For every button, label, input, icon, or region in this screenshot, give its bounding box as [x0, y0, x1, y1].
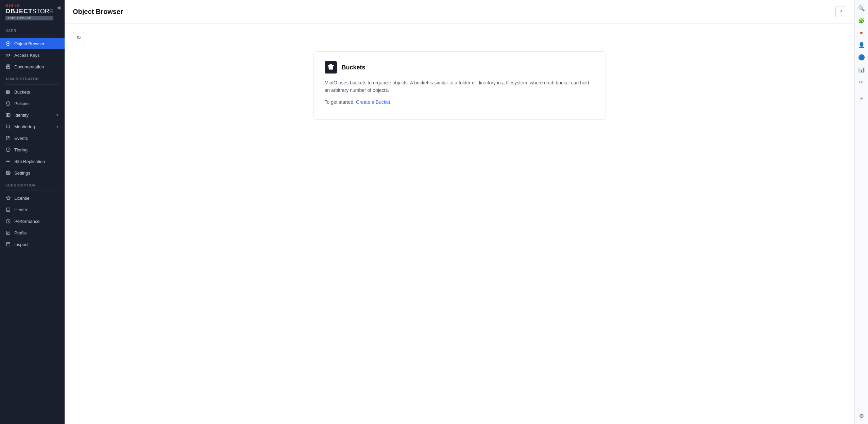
right-settings-icon[interactable]: ⚙	[856, 410, 867, 421]
collapse-sidebar-button[interactable]: ◀	[55, 4, 62, 11]
right-loop-icon[interactable]: ∞	[856, 76, 867, 87]
bucket-icon	[325, 61, 337, 74]
sidebar-item-label: Tiering	[14, 147, 28, 152]
right-extensions-icon[interactable]: 🧩	[856, 15, 867, 26]
svg-point-18	[7, 172, 9, 174]
right-remote-icon[interactable]: 🔵	[856, 52, 867, 63]
buckets-icon	[5, 89, 11, 95]
sidebar-item-site-replication[interactable]: Site Replication	[0, 156, 65, 167]
logo-name: OBJECTSTORE	[5, 8, 53, 15]
sidebar-item-monitoring[interactable]: Monitoring ▼	[0, 121, 65, 132]
settings-icon	[5, 170, 11, 176]
sidebar-item-performance[interactable]: Performance	[0, 215, 65, 227]
logo-object: OBJECT	[5, 8, 32, 15]
info-card-title: Buckets	[342, 64, 365, 71]
right-add-icon[interactable]: ＋	[856, 93, 867, 104]
object-browser-icon	[5, 41, 11, 46]
sidebar-item-label: Object Browser	[14, 41, 45, 46]
svg-point-1	[7, 43, 9, 45]
sidebar-item-label: Health	[14, 207, 27, 212]
sidebar-item-access-keys[interactable]: Access Keys	[0, 49, 65, 61]
svg-rect-11	[8, 92, 10, 94]
svg-point-13	[7, 115, 8, 116]
license-icon	[5, 195, 11, 201]
sidebar-item-identity[interactable]: Identity ▼	[0, 109, 65, 121]
admin-section-divider	[5, 84, 59, 85]
identity-icon	[5, 112, 11, 118]
right-chart-icon[interactable]: 📊	[856, 64, 867, 75]
policies-icon	[5, 101, 11, 106]
sidebar-item-label: Policies	[14, 101, 30, 106]
sidebar-item-health[interactable]: Health	[0, 204, 65, 215]
sidebar-item-profile[interactable]: Profile	[0, 227, 65, 239]
identity-chevron-icon: ▼	[56, 113, 59, 117]
svg-point-14	[6, 125, 10, 128]
svg-point-3	[7, 55, 7, 55]
svg-point-16	[6, 161, 8, 162]
sidebar-item-label: Profile	[14, 230, 27, 235]
sidebar: MIN·IO OBJECTSTORE AGPL LICENSE ◀ User O…	[0, 0, 65, 424]
svg-rect-27	[6, 243, 10, 246]
performance-icon	[5, 218, 11, 224]
sidebar-item-label: License	[14, 196, 30, 201]
create-bucket-link[interactable]: Create a Bucket.	[356, 99, 391, 105]
page-title: Object Browser	[73, 8, 123, 16]
user-section-label: User	[0, 24, 65, 35]
right-search-icon[interactable]: 🔍	[856, 3, 867, 14]
svg-rect-29	[329, 64, 332, 66]
right-account-icon[interactable]: 👤	[856, 39, 867, 50]
tiering-icon	[5, 147, 11, 152]
svg-rect-10	[6, 92, 8, 94]
sidebar-item-label: Inspect	[14, 242, 29, 247]
sidebar-item-label: Documentation	[14, 64, 44, 69]
refresh-button[interactable]: ↻	[73, 32, 84, 43]
sidebar-item-tiering[interactable]: Tiering	[0, 144, 65, 156]
help-icon: ?	[839, 9, 842, 14]
svg-point-17	[8, 161, 10, 162]
logo-area: MIN·IO OBJECTSTORE AGPL LICENSE ◀	[0, 0, 65, 24]
right-panel: 🔍 🧩 ● 👤 🔵 📊 ∞ ＋ ⚙	[854, 0, 868, 424]
right-error-icon[interactable]: ●	[856, 27, 867, 38]
cta-prefix: To get started,	[325, 99, 355, 105]
admin-section-label: Administrator	[0, 72, 65, 83]
sidebar-item-inspect[interactable]: Inspect	[0, 239, 65, 250]
info-card: Buckets MinIO uses buckets to organize o…	[313, 51, 606, 120]
monitoring-chevron-icon: ▼	[56, 125, 59, 129]
profile-icon	[5, 230, 11, 235]
help-button[interactable]: ?	[835, 6, 846, 17]
svg-rect-8	[6, 90, 8, 92]
logo-store: STORE	[32, 8, 53, 15]
sidebar-item-label: Settings	[14, 170, 30, 176]
svg-rect-19	[6, 208, 10, 212]
sidebar-item-buckets[interactable]: Buckets	[0, 86, 65, 98]
sidebar-item-label: Monitoring	[14, 124, 35, 129]
main-header: Object Browser ?	[65, 0, 854, 23]
sidebar-item-events[interactable]: λ Events	[0, 132, 65, 144]
sidebar-item-settings[interactable]: Settings	[0, 167, 65, 179]
svg-rect-2	[6, 54, 9, 56]
monitoring-icon	[5, 124, 11, 129]
logo-license: AGPL LICENSE	[5, 16, 53, 20]
access-keys-icon	[5, 52, 11, 58]
sidebar-item-label: Buckets	[14, 89, 30, 95]
site-replication-icon	[5, 159, 11, 164]
info-card-description: MinIO uses buckets to organize objects. …	[325, 79, 595, 94]
inspect-icon	[5, 242, 11, 247]
right-panel-divider	[858, 90, 865, 90]
sidebar-item-label: Site Replication	[14, 159, 45, 164]
health-icon	[5, 207, 11, 212]
svg-text:λ: λ	[7, 138, 8, 140]
info-card-header: Buckets	[325, 61, 595, 74]
sidebar-item-documentation[interactable]: Documentation	[0, 61, 65, 72]
subscription-section-label: Subscription	[0, 179, 65, 189]
user-section-divider	[5, 36, 59, 36]
sidebar-item-license[interactable]: License	[0, 192, 65, 204]
info-card-cta: To get started, Create a Bucket.	[325, 98, 595, 106]
main-content: ↻ Buckets MinIO uses buckets to organize…	[65, 23, 854, 424]
sidebar-item-object-browser[interactable]: Object Browser	[0, 38, 65, 49]
sidebar-item-policies[interactable]: Policies	[0, 98, 65, 109]
svg-rect-9	[8, 90, 10, 92]
sidebar-item-label: Events	[14, 136, 28, 141]
refresh-icon: ↻	[76, 34, 81, 41]
events-icon: λ	[5, 135, 11, 141]
